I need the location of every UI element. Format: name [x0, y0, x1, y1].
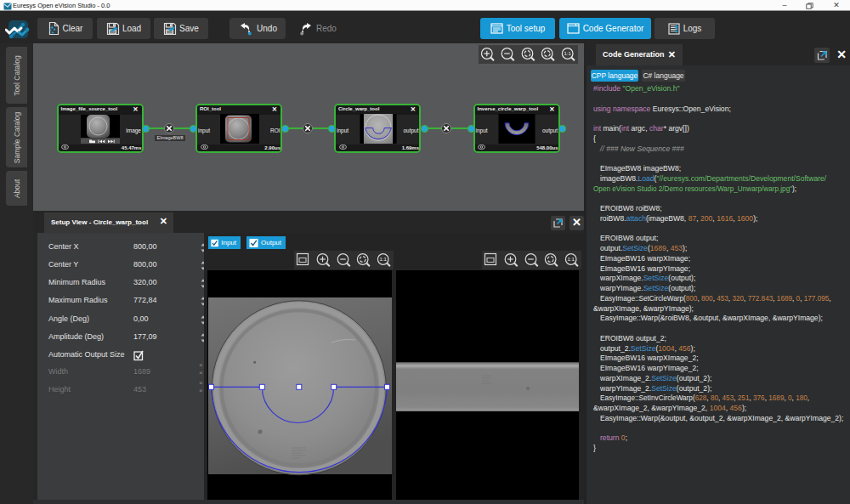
svg-text:1:1: 1:1: [564, 51, 572, 56]
svg-text:1:1: 1:1: [379, 257, 387, 262]
svg-text:1:1: 1:1: [568, 257, 575, 262]
